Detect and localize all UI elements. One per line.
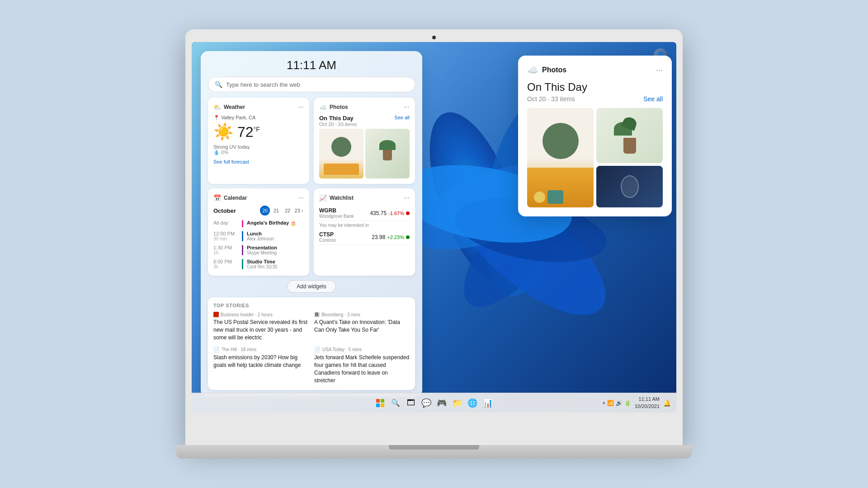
on-this-day-title: On This Day — [319, 115, 357, 122]
photos-exp-see-all[interactable]: See all — [643, 95, 663, 103]
taskbar-widgets-button[interactable]: 🗔 — [405, 397, 417, 409]
tray-notification-icon[interactable]: 🔔 — [663, 399, 671, 407]
watchlist-title: Watchlist — [330, 195, 354, 201]
weather-title-row: ⛅ Weather — [213, 103, 245, 111]
weather-description: Strong UV today — [213, 144, 304, 150]
watchlist-widget: 📈 Watchlist ··· WGRB Woodgrove Bank — [314, 188, 415, 276]
photo-exp-large[interactable] — [527, 108, 594, 207]
news-headline-3: Jets forward Mark Scheifele suspended fo… — [314, 354, 410, 384]
weather-temperature: 72°F — [237, 124, 260, 141]
photos-title: Photos — [330, 104, 348, 110]
tray-up-arrow[interactable]: ∧ — [602, 400, 605, 405]
tray-wifi-icon: 📶 — [607, 400, 614, 406]
calendar-days: 20 21 22 23 › — [260, 206, 304, 216]
stock-ctsp[interactable]: CTSP Contoso 23.98 +2.23% — [319, 230, 410, 245]
search-bar[interactable]: 🔍 Type here to search the web — [208, 77, 415, 92]
win-logo-q3 — [376, 404, 380, 407]
stock-neg-dot — [406, 211, 410, 215]
photos-menu[interactable]: ··· — [404, 103, 410, 111]
photos-exp-cloud-icon: ☁️ — [527, 65, 538, 75]
weather-menu[interactable]: ··· — [298, 103, 304, 111]
taskbar-xbox-button[interactable]: 🎮 — [435, 397, 448, 409]
tray-volume-icon: 🔊 — [616, 400, 623, 406]
news-logo-0 — [213, 312, 219, 317]
photos-icon: ☁️ — [319, 103, 327, 111]
win-logo-q2 — [381, 399, 384, 403]
may-interest-label: You may be interested in — [319, 221, 410, 230]
taskbar-store-button[interactable]: 📊 — [481, 397, 494, 409]
tray-battery-icon: 🔋 — [624, 400, 631, 406]
taskbar: 🔍 🗔 💬 🎮 📁 — [192, 393, 676, 413]
event-birthday: All day Angela's Birthday 🎂 — [213, 219, 304, 228]
calendar-month: October — [213, 207, 236, 214]
photos-see-all[interactable]: See all — [394, 115, 410, 120]
cal-day-22[interactable]: 22 — [283, 206, 292, 216]
photos-exp-title-row: ☁️ Photos — [527, 65, 566, 75]
event-bar-blue — [242, 231, 243, 241]
event-bar-purple — [242, 245, 243, 255]
watchlist-icon: 📈 — [319, 194, 327, 202]
taskbar-teams-button[interactable]: 💬 — [420, 397, 433, 409]
photo-thumb-1[interactable] — [319, 129, 363, 178]
on-this-day-sub: Oct 20 · 33 items — [319, 122, 357, 127]
taskbar-time[interactable]: 11:11 AM 10/20/2021 — [635, 396, 660, 410]
news-item-3[interactable]: 📄 USA Today · 5 mins Jets forward Mark S… — [314, 347, 410, 384]
on-this-day-header: On This Day Oct 20 · 33 items See all — [319, 115, 410, 127]
cal-day-21[interactable]: 21 — [271, 206, 281, 216]
calendar-title: Calendar — [224, 195, 247, 201]
event-bar-pink — [242, 220, 243, 227]
news-item-1[interactable]: B Bloomberg · 3 mins A Quant's Take on I… — [314, 312, 410, 341]
cal-day-20[interactable]: 20 — [260, 206, 270, 216]
news-section: TOP STORIES Business Insider · 2 hours T… — [208, 297, 415, 390]
photos-exp-grid — [527, 108, 663, 207]
news-source-2: 📄 The Hill · 18 mins — [213, 347, 309, 352]
weather-location: 📍 Valley Park, CA — [213, 115, 304, 121]
taskbar-widgets-icon: 🗔 — [407, 398, 415, 408]
taskbar-edge-button[interactable]: 🌐 — [466, 397, 479, 409]
taskbar-explorer-button[interactable]: 📁 — [451, 397, 463, 409]
taskbar-search-button[interactable]: 🔍 — [389, 397, 402, 409]
taskbar-start-button[interactable] — [374, 397, 387, 409]
taskbar-center: 🔍 🗔 💬 🎮 📁 — [374, 397, 494, 409]
photos-grid — [319, 129, 410, 178]
cal-day-23[interactable]: 23 › — [294, 206, 304, 216]
news-headline-0: The US Postal Service revealed its first… — [213, 319, 309, 341]
system-tray: ∧ 📶 🔊 🔋 — [602, 400, 631, 406]
photo-exp-small-2[interactable] — [596, 166, 663, 207]
webcam — [432, 36, 436, 39]
stock-wgrb-price: 435.75 -1.67% — [370, 210, 410, 216]
stock-wgrb-info: WGRB Woodgrove Bank — [319, 207, 354, 219]
photo-exp-small-1[interactable] — [596, 108, 663, 163]
taskbar-edge-icon: 🌐 — [467, 398, 477, 408]
top-stories-label: TOP STORIES — [213, 303, 410, 308]
photo-thumb-2[interactable] — [365, 129, 410, 178]
event-studio: 6:00 PM 3h Studio Time Conf Rm 32/35 — [213, 258, 304, 270]
news-item-2[interactable]: 📄 The Hill · 18 mins Slash emissions by … — [213, 347, 309, 384]
stock-wgrb[interactable]: WGRB Woodgrove Bank 435.75 -1.67% — [319, 206, 410, 221]
photos-expanded-card: ☁️ Photos ··· On This Day Oct 20 · 33 it… — [518, 56, 672, 216]
weather-main: ☀️ 72°F — [213, 122, 304, 141]
photos-widget: ☁️ Photos ··· On This Day Oct 20 · 33 it… — [314, 98, 415, 184]
add-widgets-button[interactable]: Add widgets — [287, 280, 335, 293]
taskbar-clock: 11:11 AM — [635, 396, 660, 403]
taskbar-explorer-icon: 📁 — [452, 398, 462, 408]
watchlist-title-row: 📈 Watchlist — [319, 194, 354, 202]
calendar-widget: 📅 Calendar ··· October 20 21 22 — [208, 188, 309, 276]
watchlist-menu[interactable]: ··· — [404, 194, 410, 202]
laptop-frame: 👤 11:11 AM 🔍 Type here to search the web — [185, 29, 683, 445]
news-grid: Business Insider · 2 hours The US Postal… — [213, 312, 410, 385]
photos-title-row: ☁️ Photos — [319, 103, 348, 111]
event-presentation-info: Presentation Skype Meeting — [247, 245, 277, 255]
weather-forecast-link[interactable]: See full forecast — [213, 159, 304, 164]
taskbar-right: ∧ 📶 🔊 🔋 11:11 AM 10/20/2021 🔔 — [602, 396, 671, 410]
watchlist-header: 📈 Watchlist ··· — [319, 194, 410, 202]
weather-precipitation: 💧 0% — [213, 150, 304, 155]
calendar-events: All day Angela's Birthday 🎂 12:00 PM — [213, 219, 304, 270]
news-item-0[interactable]: Business Insider · 2 hours The US Postal… — [213, 312, 309, 341]
event-presentation: 1:30 PM 1h Presentation Skype Meeting — [213, 244, 304, 256]
calendar-menu[interactable]: ··· — [298, 194, 304, 202]
taskbar-teams-icon: 💬 — [421, 398, 431, 408]
news-logo-3: 📄 — [314, 347, 321, 352]
photos-exp-menu[interactable]: ··· — [656, 66, 663, 75]
photos-exp-header: ☁️ Photos ··· — [527, 65, 663, 75]
